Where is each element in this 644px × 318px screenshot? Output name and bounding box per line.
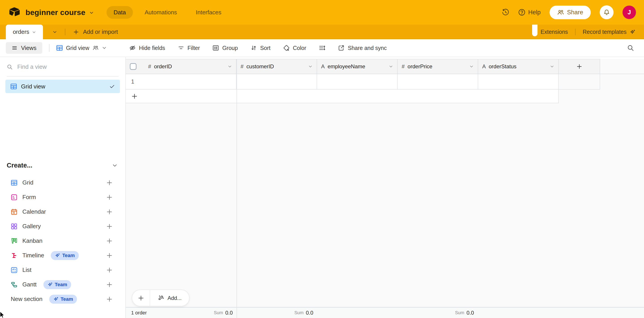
- column-header-orderPrice[interactable]: # orderPrice: [398, 59, 478, 74]
- add-record-row-button[interactable]: [126, 90, 559, 103]
- grid-view: # orderID # customerID A employeeName # …: [126, 57, 644, 318]
- row-height-button[interactable]: [319, 45, 325, 51]
- filter-label: Filter: [188, 45, 200, 51]
- user-avatar[interactable]: J: [622, 6, 636, 19]
- plus-icon[interactable]: [106, 238, 113, 244]
- cell-orderStatus[interactable]: [478, 74, 559, 90]
- collaborators-icon: [92, 45, 99, 51]
- find-view-search[interactable]: [7, 63, 118, 70]
- plus-icon[interactable]: [106, 267, 113, 273]
- plus-icon[interactable]: [106, 296, 113, 302]
- create-section-header[interactable]: Create...: [7, 162, 118, 169]
- divider: [7, 76, 118, 77]
- column-header-orderID[interactable]: # orderID: [126, 59, 236, 74]
- history-icon[interactable]: [502, 9, 509, 16]
- chevron-down-icon[interactable]: [32, 30, 36, 34]
- top-nav: Data Automations Interfaces: [106, 6, 229, 19]
- create-heading: Create...: [7, 162, 32, 169]
- chevron-down-icon: [228, 64, 232, 69]
- sidebar-item-form[interactable]: Form: [0, 190, 125, 204]
- cell-employeeName[interactable]: [317, 74, 398, 90]
- hide-fields-button[interactable]: Hide fields: [129, 45, 165, 51]
- sort-label: Sort: [260, 45, 270, 51]
- add-row-filler: [559, 90, 644, 103]
- sidebar-item-grid[interactable]: Grid: [0, 175, 125, 190]
- chevron-down-icon[interactable]: [89, 10, 94, 15]
- external-link-icon: [338, 45, 344, 51]
- table-row[interactable]: 1: [126, 74, 644, 90]
- airtable-logo-icon[interactable]: [9, 7, 20, 18]
- base-title[interactable]: beginner course: [26, 8, 86, 17]
- record-templates-button[interactable]: Record templates: [583, 29, 636, 35]
- color-label: Color: [293, 45, 306, 51]
- cell-orderPrice[interactable]: [398, 74, 478, 90]
- add-record-button[interactable]: [132, 290, 150, 306]
- add-row: [126, 90, 644, 103]
- sidebar-item-new-section[interactable]: New section Team: [0, 292, 125, 306]
- sidebar-item-kanban[interactable]: Kanban: [0, 234, 125, 248]
- tab-data[interactable]: Data: [106, 6, 133, 19]
- tabbar-right: Extensions Record templates: [540, 29, 636, 35]
- find-view-input[interactable]: [17, 63, 118, 70]
- grid-view-icon: [56, 45, 63, 51]
- table-tab-orders[interactable]: orders: [6, 25, 43, 39]
- sidebar-view-grid-view[interactable]: Grid view: [5, 80, 120, 93]
- sidebar-item-timeline[interactable]: Timeline Team: [0, 248, 125, 263]
- number-field-icon: #: [148, 63, 151, 70]
- airtable-app: beginner course Data Automations Interfa…: [0, 0, 644, 318]
- sparkle-icon: [48, 282, 53, 287]
- share-and-sync-label: Share and sync: [348, 45, 387, 51]
- chevron-down-icon: [469, 64, 474, 69]
- team-badge: Team: [49, 295, 77, 304]
- record-templates-label: Record templates: [583, 29, 626, 35]
- help-label: Help: [528, 9, 540, 16]
- sidebar-item-calendar[interactable]: 31 Calendar: [0, 204, 125, 219]
- chevron-down-icon: [112, 163, 118, 168]
- table-list-chevron-icon[interactable]: [52, 30, 57, 35]
- sort-button[interactable]: Sort: [250, 45, 270, 51]
- view-switcher[interactable]: Grid view: [56, 45, 107, 51]
- sidebar-item-gantt[interactable]: Gantt Team: [0, 277, 125, 292]
- tab-automations[interactable]: Automations: [138, 6, 184, 19]
- summary-orderPrice[interactable]: Sum 0.0: [126, 307, 474, 318]
- share-button[interactable]: Share: [550, 6, 591, 19]
- team-badge: Team: [44, 280, 72, 289]
- share-and-sync-button[interactable]: Share and sync: [338, 45, 387, 51]
- color-button[interactable]: Color: [283, 45, 306, 51]
- sidebar-item-gallery[interactable]: Gallery: [0, 219, 125, 234]
- plus-column-cell: [559, 74, 600, 90]
- text-field-icon: A: [321, 63, 325, 70]
- plus-icon[interactable]: [106, 252, 113, 259]
- sidebar-item-list[interactable]: List: [0, 263, 125, 277]
- sparkle-icon: [630, 29, 636, 35]
- column-header-orderStatus[interactable]: A orderStatus: [478, 59, 559, 74]
- column-header-employeeName[interactable]: A employeeName: [317, 59, 398, 74]
- notifications-button[interactable]: [600, 5, 614, 19]
- add-field-button[interactable]: [559, 59, 600, 74]
- add-with-ai-button[interactable]: Add...: [150, 290, 189, 306]
- grid-icon: [11, 179, 18, 186]
- help-button[interactable]: Help: [518, 9, 540, 16]
- plus-icon[interactable]: [106, 179, 113, 186]
- row-number-cell[interactable]: 1: [126, 74, 236, 90]
- plus-icon[interactable]: [106, 194, 113, 201]
- cell-customerID[interactable]: [236, 74, 317, 90]
- gantt-icon: [11, 281, 18, 288]
- sort-icon: [250, 45, 257, 51]
- group-label: Group: [222, 45, 238, 51]
- plus-icon[interactable]: [106, 281, 113, 288]
- extensions-button[interactable]: Extensions: [540, 29, 568, 35]
- add-or-import-button[interactable]: Add or import: [73, 29, 118, 35]
- group-button[interactable]: Group: [212, 45, 238, 51]
- plus-icon[interactable]: [106, 223, 113, 230]
- search-icon[interactable]: [627, 44, 634, 52]
- column-header-customerID[interactable]: # customerID: [236, 59, 317, 74]
- view-toolbar: Views Grid view Hide fields Filter Group…: [0, 39, 644, 57]
- plus-icon: [73, 29, 79, 35]
- filter-button[interactable]: Filter: [178, 45, 200, 51]
- team-badge: Team: [51, 251, 79, 260]
- views-button[interactable]: Views: [6, 42, 42, 54]
- plus-icon[interactable]: [106, 208, 113, 215]
- tab-interfaces[interactable]: Interfaces: [189, 6, 228, 19]
- select-all-checkbox[interactable]: [130, 63, 136, 70]
